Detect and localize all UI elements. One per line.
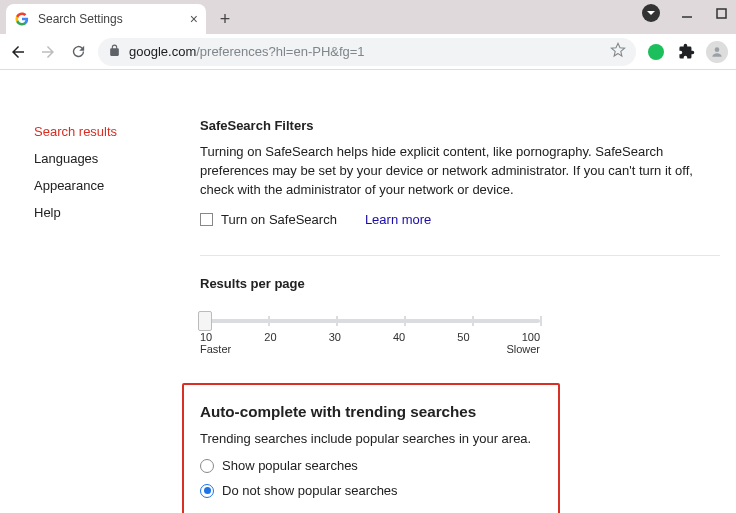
browser-tab[interactable]: Search Settings ×: [6, 4, 206, 34]
results-slider[interactable]: 10 20 30 40 50 100 Faster Slower: [200, 301, 540, 355]
sidebar-item-search-results[interactable]: Search results: [34, 118, 164, 145]
safesearch-description: Turning on SafeSearch helps hide explici…: [200, 143, 720, 200]
tab-close-icon[interactable]: ×: [190, 11, 198, 27]
radio-hide[interactable]: [200, 484, 214, 498]
sidebar-item-appearance[interactable]: Appearance: [34, 172, 164, 199]
settings-main: SafeSearch Filters Turning on SafeSearch…: [200, 90, 720, 513]
slider-track[interactable]: [200, 319, 540, 323]
forward-button[interactable]: [38, 42, 58, 62]
svg-rect-2: [717, 9, 726, 18]
url-text: google.com/preferences?hl=en-PH&fg=1: [129, 44, 602, 59]
safesearch-toggle-row: Turn on SafeSearch Learn more: [200, 212, 720, 227]
settings-sidebar: Search results Languages Appearance Help: [34, 90, 164, 513]
lock-icon: [108, 44, 121, 60]
radio-hide-label: Do not show popular searches: [222, 483, 398, 498]
sidebar-item-languages[interactable]: Languages: [34, 145, 164, 172]
autocomplete-option-hide[interactable]: Do not show popular searches: [200, 483, 542, 498]
back-button[interactable]: [8, 42, 28, 62]
results-per-page-heading: Results per page: [200, 276, 720, 291]
minimize-icon[interactable]: [680, 6, 694, 20]
radio-show[interactable]: [200, 459, 214, 473]
profile-avatar[interactable]: [706, 41, 728, 63]
profile-badge-icon[interactable]: [642, 4, 660, 22]
maximize-icon[interactable]: [714, 6, 728, 20]
window-controls: [642, 4, 728, 22]
extension-grammarly-icon[interactable]: [646, 42, 666, 62]
divider: [200, 255, 720, 256]
svg-point-3: [715, 47, 720, 52]
slider-thumb[interactable]: [198, 311, 212, 331]
new-tab-button[interactable]: +: [212, 6, 238, 32]
safesearch-learn-more-link[interactable]: Learn more: [365, 212, 431, 227]
bookmark-star-icon[interactable]: [610, 42, 626, 61]
svg-marker-0: [647, 11, 655, 15]
autocomplete-highlight-box: Auto-complete with trending searches Tre…: [182, 383, 560, 513]
address-bar[interactable]: google.com/preferences?hl=en-PH&fg=1: [98, 38, 636, 66]
tab-strip: Search Settings × +: [0, 0, 736, 34]
safesearch-checkbox[interactable]: [200, 213, 213, 226]
sidebar-item-help[interactable]: Help: [34, 199, 164, 226]
slider-tick-labels: 10 20 30 40 50 100: [200, 331, 540, 343]
extensions-icon[interactable]: [676, 42, 696, 62]
safesearch-heading: SafeSearch Filters: [200, 118, 720, 133]
autocomplete-option-show[interactable]: Show popular searches: [200, 458, 542, 473]
reload-button[interactable]: [68, 42, 88, 62]
safesearch-section: SafeSearch Filters Turning on SafeSearch…: [200, 118, 720, 227]
autocomplete-description: Trending searches include popular search…: [200, 430, 542, 449]
autocomplete-heading: Auto-complete with trending searches: [200, 403, 542, 420]
slider-captions: Faster Slower: [200, 343, 540, 355]
google-favicon: [14, 11, 30, 27]
page-content: Search results Languages Appearance Help…: [0, 70, 736, 513]
tab-title: Search Settings: [38, 12, 182, 26]
safesearch-checkbox-label: Turn on SafeSearch: [221, 212, 337, 227]
radio-show-label: Show popular searches: [222, 458, 358, 473]
browser-toolbar: google.com/preferences?hl=en-PH&fg=1: [0, 34, 736, 70]
results-per-page-section: Results per page 10 20 30 40 50: [200, 276, 720, 355]
